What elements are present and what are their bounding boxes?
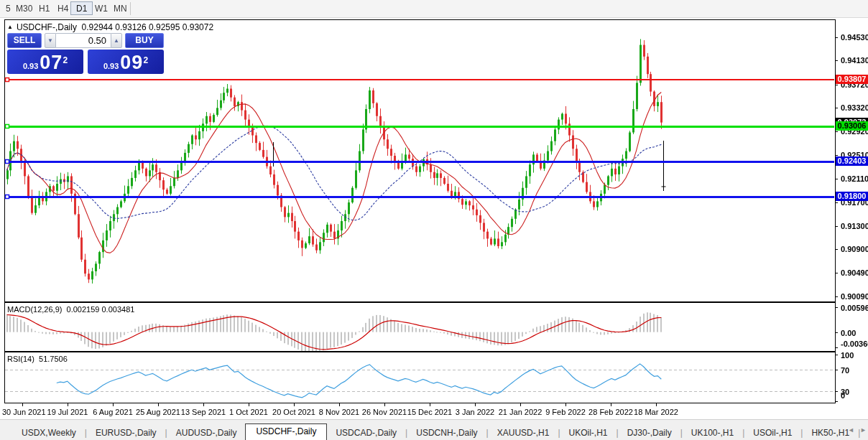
chart-symbol-label: USDCHF-,Daily [17,22,77,32]
macd-axis-tick: -0.003664 [841,340,868,348]
tab-ukoil-h1[interactable]: UKOil-,H1 [560,426,617,440]
date-axis-label: 26 Nov 2021 [362,408,407,416]
price-axis-tick: 0.92110 [841,174,868,183]
chart-tabs: USDX,Weekly|EURUSD-,Daily|AUDUSD-,DailyU… [13,424,860,440]
tabs-scroll-left-icon[interactable]: ◄ [848,426,854,434]
rsi-value: 51.7506 [39,355,68,363]
tab-eurusd-daily[interactable]: EURUSD-,Daily [87,426,165,440]
buy-button[interactable]: BUY [125,33,164,48]
timeframe-toolbar: 5M30H1H4D1W1MN [0,0,868,18]
mt4-window: 5M30H1H4D1W1MN ▲USDCHF-,Daily 0.92944 0.… [0,0,868,440]
chart-tab-bar: USDX,Weekly|EURUSD-,Daily|AUDUSD-,DailyU… [0,419,868,440]
price-axis-tick: 0.90090 [841,292,868,301]
tab-usdchf-daily[interactable]: USDCHF-,Daily [245,423,327,440]
price-line-label: 0.91800 [836,192,868,201]
tab-dj30-daily[interactable]: DJ30-,Daily [619,426,680,440]
price-axis-tick: 0.90900 [841,245,868,253]
tab-xauusd-h1[interactable]: XAUUSD-,H1 [489,426,558,440]
date-axis-label: 28 Feb 2022 [588,408,633,416]
buy-price-box[interactable]: 0.93 09 2 [88,50,164,74]
price-axis-tick: 0.93320 [841,103,868,112]
price-axis-tick: 0.94530 [841,33,868,42]
price-line-label: 0.93006 [836,121,868,131]
tab-usdcad-daily[interactable]: USDCAD-,Daily [327,426,405,440]
macd-indicator-label: MACD(12,26,9) 0.002159 0.003481 [7,305,134,314]
date-axis-label: 1 Oct 2021 [229,408,268,416]
sell-price-box[interactable]: 0.93 07 2 [7,50,83,74]
macd-axis-tick: 0.00 [841,329,856,337]
buy-price-prefix: 0.93 [103,61,119,72]
rsi-axis-tick: 100 [841,351,854,360]
tab-audusd-daily[interactable]: AUDUSD-,Daily [167,426,246,440]
date-axis-label: 8 Nov 2021 [319,408,359,416]
date-axis-label: 25 Aug 2021 [136,408,180,416]
rsi-indicator-label: RSI(14) 51.7506 [7,355,68,363]
volume-input[interactable] [56,33,111,48]
rsi-axis-tick: 70 [841,366,849,375]
volume-decrease-button[interactable]: ▼ [45,33,56,48]
date-axis-label: 18 Mar 2022 [634,408,678,416]
sell-button[interactable]: SELL [7,33,42,48]
volume-increase-button[interactable]: ▲ [111,33,122,48]
price-axis-tick: 0.91300 [841,222,868,230]
chart-ohlc-values: 0.92944 0.93126 0.92595 0.93072 [82,22,214,32]
sell-price-digits: 07 [40,53,63,72]
tab-usoil-h1[interactable]: USOil-,H1 [744,426,800,440]
date-axis-label: 21 Jan 2022 [499,408,542,416]
tabs-scroll-right-icon[interactable]: ► [860,426,867,434]
buy-price-pipette: 2 [143,50,148,71]
macd-name: MACD(12,26,9) [7,305,62,314]
date-axis-label: 9 Feb 2022 [545,408,586,416]
rsi-axis-tick: 0 [841,391,845,400]
macd-values: 0.002159 0.003481 [67,305,135,314]
price-axis-tick: 0.94130 [841,56,868,65]
chart-title: ▲USDCHF-,Daily 0.92944 0.93126 0.92595 0… [7,22,213,32]
date-axis-label: 3 Jan 2022 [456,408,494,416]
price-axis-tick: 0.90490 [841,268,868,277]
price-line-label: 0.93807 [836,75,868,84]
date-axis-label: 13 Sep 2021 [181,408,226,416]
buy-price-digits: 09 [120,53,143,72]
macd-axis-tick: 0.005963 [841,304,868,312]
sell-price-pipette: 2 [63,50,68,71]
date-axis-label: 20 Oct 2021 [272,408,315,416]
price-line-label: 0.92403 [836,156,868,166]
one-click-collapse-icon[interactable]: ▲ [7,24,13,30]
date-axis-label: 6 Aug 2021 [93,408,133,416]
rsi-name: RSI(14) [7,355,34,363]
tab-uk100-h1[interactable]: UK100-,H1 [683,426,742,440]
timeframe-button-mn[interactable]: MN [108,1,133,15]
date-axis-label: 19 Jul 2021 [47,408,88,416]
tab-usdx-weekly[interactable]: USDX,Weekly [13,426,85,440]
one-click-trading-panel: SELL ▼ ▲ BUY 0.93 07 2 0.93 09 2 [7,33,164,74]
date-axis-label: 30 Jun 2021 [2,408,46,416]
date-axis-label: 15 Dec 2021 [407,408,452,416]
sell-price-prefix: 0.93 [23,61,38,72]
tab-usdcnh-daily[interactable]: USDCNH-,Daily [407,426,486,440]
